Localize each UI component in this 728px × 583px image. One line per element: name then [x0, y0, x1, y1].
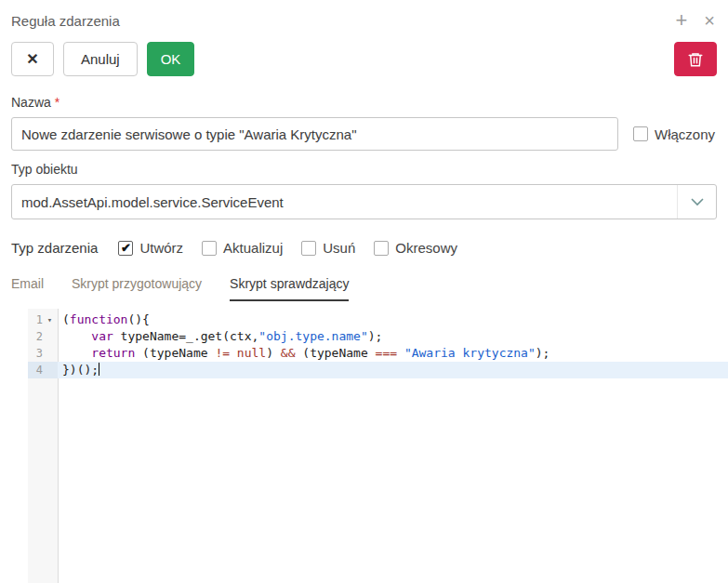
editor-line[interactable]: 2 var typeName=_.get(ctx,"obj.type.name"…	[28, 328, 728, 345]
line-number: 2	[28, 328, 43, 345]
line-number: 3	[28, 345, 43, 362]
close-button[interactable]: ✕	[11, 42, 54, 76]
name-row: Włączony	[11, 117, 717, 151]
tab-email[interactable]: Email	[11, 276, 44, 301]
toolbar: ✕ Anuluj OK	[0, 34, 728, 84]
code-line: return (typeName != null) && (typeName =…	[58, 345, 728, 362]
tab-bar: EmailSkrypt przygotowującySkrypt sprawdz…	[0, 256, 728, 301]
name-input[interactable]	[11, 117, 618, 151]
gutter-cell: 3	[28, 345, 58, 362]
gutter-cell: 1▾	[28, 311, 58, 328]
tab-script-prepare[interactable]: Skrypt przygotowujący	[72, 276, 202, 301]
tab-script-check[interactable]: Skrypt sprawdzający	[230, 276, 349, 301]
code-line: var typeName=_.get(ctx,"obj.type.name");	[58, 328, 728, 345]
editor-line[interactable]: 1▾(function(){	[28, 311, 728, 328]
event-type-option-create[interactable]: Utwórz	[118, 240, 183, 256]
editor-line[interactable]: 4})();	[28, 362, 728, 378]
object-type-value: mod.AssetApi.model.service.ServiceEvent	[12, 194, 677, 210]
name-label-text: Nazwa	[11, 95, 51, 110]
enabled-checkbox-label: Włączony	[655, 126, 715, 142]
checkbox-label: Usuń	[323, 240, 355, 256]
checkbox-label: Aktualizuj	[223, 240, 283, 256]
trash-icon	[687, 51, 704, 68]
checkbox-unchecked[interactable]	[374, 241, 389, 256]
gutter-cell: 4	[28, 362, 58, 378]
line-number: 4	[28, 362, 43, 378]
close-icon[interactable]: ×	[704, 11, 715, 30]
editor-lines: 1▾(function(){2 var typeName=_.get(ctx,"…	[28, 309, 728, 378]
object-type-select[interactable]: mod.AssetApi.model.service.ServiceEvent	[11, 184, 717, 219]
code-line: (function(){	[58, 311, 728, 328]
chevron-down-icon[interactable]	[677, 185, 716, 219]
event-rule-dialog: Reguła zdarzenia + × ✕ Anuluj OK Nazwa*	[0, 0, 728, 583]
header-icons: + ×	[675, 10, 715, 31]
checkbox-unchecked[interactable]	[202, 241, 217, 256]
event-type-option-update[interactable]: Aktualizuj	[202, 240, 283, 256]
name-label: Nazwa*	[11, 95, 717, 110]
event-type-option-periodic[interactable]: Okresowy	[374, 240, 457, 256]
checkbox-unchecked[interactable]	[301, 241, 316, 256]
required-asterisk: *	[55, 95, 60, 110]
code-editor[interactable]: 1▾(function(){2 var typeName=_.get(ctx,"…	[28, 309, 728, 583]
add-icon[interactable]: +	[675, 10, 687, 31]
page-title: Reguła zdarzenia	[11, 13, 120, 29]
editor-line[interactable]: 3 return (typeName != null) && (typeName…	[28, 345, 728, 362]
event-type-option-delete[interactable]: Usuń	[301, 240, 355, 256]
ok-button[interactable]: OK	[147, 42, 195, 76]
fold-icon[interactable]: ▾	[43, 311, 57, 328]
cancel-button[interactable]: Anuluj	[63, 42, 138, 76]
enabled-checkbox[interactable]: Włączony	[633, 126, 715, 142]
event-type-options: UtwórzAktualizujUsuńOkresowy	[118, 240, 457, 256]
event-type-label: Typ zdarzenia	[11, 240, 98, 256]
gutter-cell: 2	[28, 328, 58, 345]
dialog-header: Reguła zdarzenia + ×	[0, 0, 728, 34]
event-type-row: Typ zdarzenia UtwórzAktualizujUsuńOkreso…	[11, 240, 717, 256]
delete-button[interactable]	[674, 42, 717, 76]
line-number: 1	[28, 311, 43, 328]
checkbox-checked[interactable]	[118, 241, 133, 256]
form-area: Nazwa* Włączony Typ obiektu mod.AssetApi…	[0, 84, 728, 256]
text-cursor	[99, 363, 99, 376]
checkbox-label: Okresowy	[395, 240, 457, 256]
code-line: })();	[58, 362, 728, 378]
checkbox-box[interactable]	[633, 126, 648, 141]
checkbox-label: Utwórz	[139, 240, 183, 256]
object-type-label: Typ obiektu	[11, 162, 717, 177]
